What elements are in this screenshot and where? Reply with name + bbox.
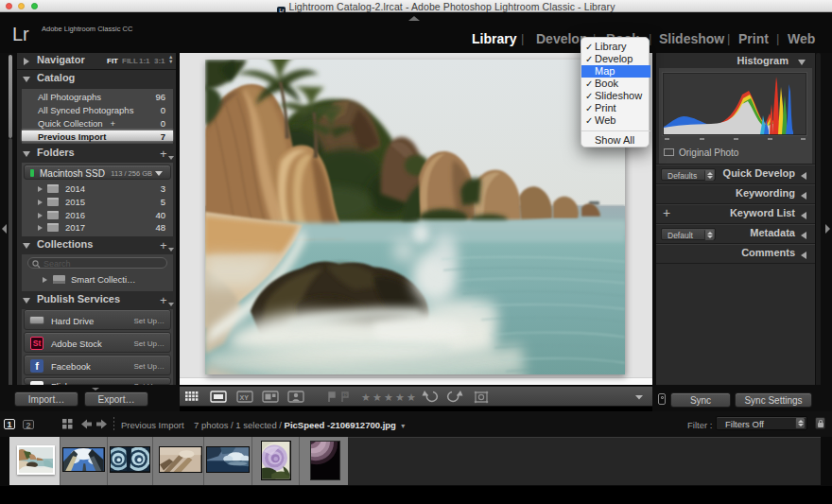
svg-text:P: P (344, 392, 348, 398)
svg-text:★: ★ (373, 391, 382, 403)
svg-text:★: ★ (384, 391, 393, 403)
svg-text:★: ★ (361, 391, 371, 403)
svg-text:★: ★ (395, 391, 405, 403)
svg-text:★: ★ (407, 391, 416, 403)
svg-text:XY: XY (240, 394, 250, 401)
